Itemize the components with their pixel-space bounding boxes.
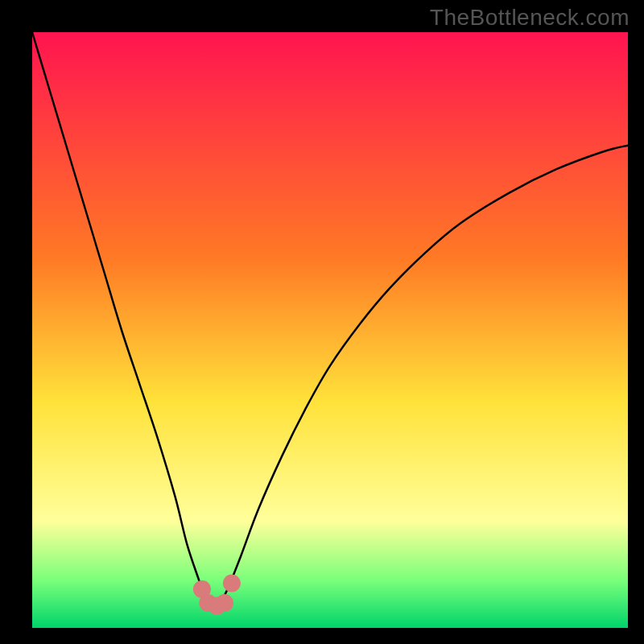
- bottleneck-curve: [32, 32, 628, 605]
- chart-frame: TheBottleneck.com: [0, 0, 644, 644]
- sweet-spot-right: [223, 575, 241, 592]
- curve-layer: [32, 32, 628, 628]
- plot-area: [32, 32, 628, 628]
- sweet-spot-markers: [193, 575, 241, 615]
- watermark-text: TheBottleneck.com: [430, 5, 630, 31]
- sweet-spot-well-c: [216, 594, 233, 612]
